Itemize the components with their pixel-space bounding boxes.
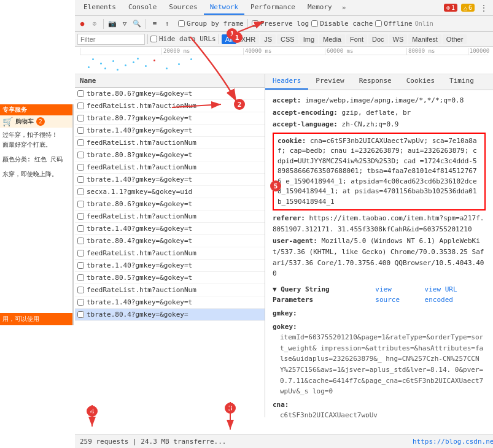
request-checkbox[interactable] [77, 250, 84, 257]
tab-console[interactable]: Console [122, 1, 163, 15]
view-source-link[interactable]: view source [375, 284, 417, 306]
filter-input[interactable] [77, 34, 145, 45]
search-button[interactable]: 🔍 [132, 19, 142, 29]
camera-button[interactable]: 📷 [107, 19, 117, 29]
request-item-selected[interactable]: tbrate.80.4?gmkey=&gokey= [75, 309, 265, 321]
request-checkbox[interactable] [77, 115, 84, 122]
request-checkbox[interactable] [77, 274, 84, 281]
filter-doc-btn[interactable]: Doc [368, 34, 388, 44]
tab-cookies[interactable]: Cookies [399, 74, 442, 90]
request-item[interactable]: tbrate.1.40?gmkey=&gokey=t [75, 260, 265, 272]
tab-bar: Elements Console Sources Network Perform… [75, 0, 493, 16]
request-checkbox[interactable] [77, 238, 84, 244]
request-item[interactable]: tbrate.80.5?gmkey=&gokey=t [75, 272, 265, 284]
request-name: tbrate.1.40?gmkey=&gokey=t [87, 225, 262, 233]
status-link[interactable]: https://blog.csdn.net/weixin_47950745 [413, 438, 493, 446]
group-by-frame-checkbox[interactable] [178, 20, 185, 27]
request-item[interactable]: tbrate.1.40?gmkey=&gokey=t [75, 296, 265, 309]
request-checkbox[interactable] [77, 176, 84, 183]
request-checkbox[interactable] [77, 262, 84, 269]
preserve-log-label[interactable]: Preserve log [252, 20, 309, 28]
tab-performance[interactable]: Performance [244, 1, 301, 15]
tab-memory[interactable]: Memory [301, 1, 338, 15]
request-name: tbrate.80.4?gmkey=&gokey= [87, 311, 262, 319]
request-checkbox[interactable] [77, 299, 84, 306]
filter-css-btn[interactable]: CSS [277, 34, 298, 44]
request-item[interactable]: feedRateList.htm?auctionNum [75, 247, 265, 260]
request-checkbox[interactable] [77, 311, 84, 318]
filter-font-btn[interactable]: Font [346, 34, 367, 44]
filter-img-btn[interactable]: Img [300, 34, 318, 44]
tab-headers[interactable]: Headers [265, 74, 308, 90]
import-icon[interactable]: ↑ [162, 19, 172, 29]
request-name: feedRateList.htm?auctionNum [87, 139, 262, 147]
request-checkbox[interactable] [77, 188, 84, 195]
request-item[interactable]: tbrate.1.40?gmkey=&gokey=t [75, 223, 265, 235]
request-checkbox[interactable] [77, 164, 84, 171]
request-name: feedRateList.htm?auctionNum [87, 212, 262, 220]
request-item[interactable]: tbrate.80.8?gmkey=&gokey=t [75, 149, 265, 161]
ruler-tick-1: 20000 ms [161, 48, 190, 55]
request-item[interactable]: tbrate.1.40?gmkey=&gokey=t [75, 125, 265, 137]
request-checkbox[interactable] [77, 152, 84, 158]
disable-cache-label[interactable]: Disable cache [311, 20, 373, 28]
tab-timing[interactable]: Timing [442, 74, 481, 90]
request-name: feedRateList.htm?auctionNum [87, 163, 262, 171]
request-item[interactable]: feedRateList.htm?auctionNum [75, 161, 265, 174]
filter-media-btn[interactable]: Media [319, 34, 345, 44]
tab-response[interactable]: Response [352, 74, 399, 90]
tab-preview[interactable]: Preview [308, 74, 351, 90]
offline-label[interactable]: Offline [375, 20, 412, 28]
ruler-tick-3: 60000 ms [325, 48, 353, 55]
request-item[interactable]: feedRateList.htm?auctionNum [75, 137, 265, 149]
request-checkbox[interactable] [77, 213, 84, 220]
request-checkbox[interactable] [77, 225, 84, 232]
request-item[interactable]: tbrate.1.40?gmkey=&gokey=t [75, 174, 265, 186]
param-cna: cna: c6tSF3nb2UICAXUaect7wpUv [273, 400, 486, 417]
request-checkbox[interactable] [77, 90, 84, 97]
cookie-header-name: cookie: [278, 137, 310, 145]
request-item[interactable]: tbrate.80.6?gmkey=&gokey=t [75, 88, 265, 100]
referer-header-name: referer: [273, 214, 309, 222]
request-item[interactable]: tbrate.80.7?gmkey=&gokey=t [75, 112, 265, 125]
request-checkbox[interactable] [77, 102, 84, 109]
accept-header: accept: image/webp,image/apng,image/*,*/… [273, 95, 486, 106]
disable-cache-checkbox[interactable] [311, 20, 318, 27]
filter-manifest-btn[interactable]: Manifest [408, 34, 441, 44]
filter-ws-btn[interactable]: WS [389, 34, 408, 44]
request-checkbox[interactable] [77, 127, 84, 134]
clear-button[interactable]: ⊘ [90, 19, 99, 29]
request-checkbox[interactable] [77, 139, 84, 146]
tab-elements[interactable]: Elements [77, 1, 122, 15]
cart-badge: 2 [36, 117, 45, 126]
offline-checkbox[interactable] [375, 20, 382, 27]
hide-data-urls-label[interactable]: Hide data URLs [150, 35, 216, 43]
request-name: tbrate.80.6?gmkey=&gokey=t [87, 200, 262, 208]
tab-network[interactable]: Network [204, 1, 244, 15]
timeline-ruler: 20000 ms 40000 ms 60000 ms 80000 ms 1000… [80, 48, 488, 55]
view-mode-icon[interactable]: ≡ [150, 19, 160, 29]
group-by-frame-label[interactable]: Group by frame [178, 20, 244, 28]
preserve-log-checkbox[interactable] [252, 20, 258, 27]
record-button[interactable]: ● [77, 19, 87, 29]
more-tabs-icon[interactable]: » [338, 1, 350, 14]
tab-sources[interactable]: Sources [163, 1, 203, 15]
filter-js-btn[interactable]: JS [260, 34, 276, 44]
request-checkbox[interactable] [77, 201, 84, 207]
filter-other-btn[interactable]: Other [443, 34, 467, 44]
request-item[interactable]: feedRateList.htm?auctionNum [75, 100, 265, 112]
request-item[interactable]: tbrate.80.4?gmkey=&gokey=t [75, 235, 265, 247]
hide-data-urls-checkbox[interactable] [150, 36, 157, 42]
request-item[interactable]: tbrate.80.6?gmkey=&gokey=t [75, 198, 265, 210]
request-name: tbrate.80.5?gmkey=&gokey=t [87, 274, 262, 282]
warn-badge: △ 6 [461, 4, 475, 12]
request-item[interactable]: feedRateList.htm?auctionNum [75, 284, 265, 296]
requests-list[interactable]: tbrate.80.6?gmkey=&gokey=t feedRateList.… [75, 88, 265, 417]
request-checkbox[interactable] [77, 287, 84, 293]
devtools-menu-icon[interactable]: ⋮ [477, 3, 491, 13]
view-url-encoded-link[interactable]: view URL encoded [425, 284, 486, 306]
status-text: 259 requests | 24.3 MB transferre... [80, 438, 226, 446]
filter-icon[interactable]: ▽ [120, 19, 130, 29]
request-item[interactable]: secxa.1.1?gmkey=&gokey=uid [75, 186, 265, 198]
request-item[interactable]: feedRateList.htm?auctionNum [75, 210, 265, 223]
